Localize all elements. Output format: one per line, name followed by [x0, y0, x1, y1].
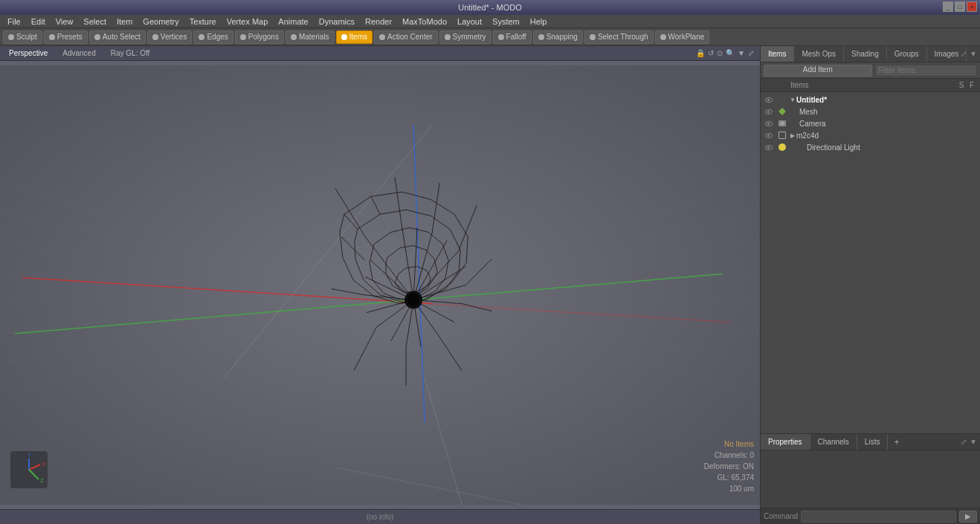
vp-expand-icon[interactable]: ⤢	[748, 49, 754, 57]
menu-item-maxtomodo[interactable]: MaxToModo	[398, 16, 451, 27]
rp-tab-shading[interactable]: Shading	[844, 46, 887, 62]
title-bar: Untitled* - MODO _ □ ×	[0, 0, 980, 15]
app-title: Untitled* - MODO	[4, 3, 976, 12]
scale-label: 100 um	[704, 483, 754, 494]
item-visibility-toggle[interactable]	[762, 141, 776, 153]
col-name: Items	[790, 81, 956, 89]
vp-camera-icon[interactable]: ⊙	[717, 49, 723, 57]
close-button[interactable]: ×	[967, 1, 977, 12]
menu-item-system[interactable]: System	[488, 16, 524, 27]
right-panel-tabs: Items Mesh Ops Shading Groups Images ⤢ ▼	[761, 46, 980, 62]
items-toolbar: Add Item	[761, 62, 980, 79]
falloff-icon	[498, 34, 504, 40]
command-go-button[interactable]: ▶	[959, 511, 977, 523]
item-expand-toggle[interactable]: ▶	[789, 132, 796, 139]
materials-icon	[291, 34, 297, 40]
bp-menu-icon[interactable]: ▼	[970, 438, 977, 446]
list-item[interactable]: ▼ Untitled*	[761, 94, 980, 106]
vp-menu-icon[interactable]: ▼	[738, 49, 745, 57]
rp-tab-items[interactable]: Items	[761, 46, 794, 62]
rp-tab-groups[interactable]: Groups	[887, 46, 927, 62]
menu-item-file[interactable]: File	[3, 16, 25, 27]
toolbar-btn-sculpt[interactable]: Sculpt	[3, 30, 42, 44]
toolbar-btn-vertices[interactable]: Vertices	[147, 30, 193, 44]
toolbar: SculptPresetsAuto SelectVerticesEdgesPol…	[0, 28, 980, 46]
vp-search-icon[interactable]: 🔍	[726, 49, 735, 57]
menu-item-layout[interactable]: Layout	[453, 16, 486, 27]
item-expand-toggle[interactable]: ▼	[789, 96, 796, 103]
menu-item-geometry[interactable]: Geometry	[138, 16, 183, 27]
menu-item-dynamics[interactable]: Dynamics	[315, 16, 359, 27]
snapping-icon	[538, 34, 544, 40]
menu-item-item[interactable]: Item	[112, 16, 137, 27]
rp-menu-icon[interactable]: ▼	[970, 50, 977, 58]
vp-sync-icon[interactable]: ↺	[708, 49, 714, 57]
toolbar-btn-auto-select[interactable]: Auto Select	[89, 30, 146, 44]
toolbar-btn-select-through[interactable]: Select Through	[584, 30, 654, 44]
toolbar-btn-polygons[interactable]: Polygons	[235, 30, 284, 44]
menu-item-help[interactable]: Help	[526, 16, 552, 27]
menu-item-view[interactable]: View	[51, 16, 78, 27]
rp-tab-meshops[interactable]: Mesh Ops	[794, 46, 844, 62]
svg-rect-0	[0, 65, 760, 505]
bp-expand-icon[interactable]: ⤢	[961, 438, 967, 446]
deformers-label: Deformers: ON	[704, 461, 754, 472]
light-icon	[778, 143, 786, 151]
item-visibility-toggle[interactable]	[762, 106, 776, 117]
list-item[interactable]: Mesh	[761, 106, 980, 117]
list-item[interactable]: Directional Light	[761, 141, 980, 153]
action-center-icon	[379, 34, 385, 40]
presets-icon	[49, 34, 55, 40]
viewport-info: No Items Channels: 0 Deformers: ON GL: 6…	[704, 439, 754, 494]
toolbar-btn-workplane[interactable]: WorkPlane	[655, 30, 710, 44]
bp-tab-properties[interactable]: Properties	[761, 434, 810, 450]
add-tab-button[interactable]: +	[888, 436, 905, 449]
maximize-button[interactable]: □	[955, 1, 965, 12]
item-type-icon	[776, 94, 789, 106]
toolbar-btn-materials[interactable]: Materials	[286, 30, 335, 44]
item-visibility-toggle[interactable]	[762, 94, 776, 106]
menu-item-vertex map[interactable]: Vertex Map	[222, 16, 273, 27]
list-item[interactable]: Camera	[761, 117, 980, 129]
toolbar-btn-edges[interactable]: Edges	[193, 30, 233, 44]
items-list: ▼ Untitled* Mesh	[761, 92, 980, 433]
item-visibility-toggle[interactable]	[762, 129, 776, 141]
menu-item-edit[interactable]: Edit	[27, 16, 50, 27]
command-input[interactable]	[801, 511, 956, 523]
item-type-icon	[776, 106, 789, 117]
auto-select-icon	[94, 34, 100, 40]
symmetry-icon	[445, 34, 451, 40]
add-item-button[interactable]: Add Item	[764, 65, 872, 77]
rp-expand-icon[interactable]: ⤢	[961, 50, 967, 58]
toolbar-btn-falloff[interactable]: Falloff	[493, 30, 532, 44]
vp-tab-perspective[interactable]: Perspective	[6, 48, 51, 58]
vp-lock-icon[interactable]: 🔒	[696, 49, 705, 57]
menu-item-animate[interactable]: Animate	[274, 16, 312, 27]
toolbar-btn-items[interactable]: Items	[336, 30, 373, 44]
col-s: S	[956, 81, 967, 89]
vertices-icon	[152, 34, 158, 40]
select-through-icon	[590, 34, 596, 40]
svg-text:X: X	[42, 461, 46, 468]
bp-tab-lists[interactable]: Lists	[857, 434, 889, 450]
eye-icon	[765, 109, 773, 114]
col-f: F	[967, 81, 977, 89]
menu-item-select[interactable]: Select	[79, 16, 111, 27]
vp-tab-advanced[interactable]: Advanced	[59, 48, 98, 58]
bp-tab-channels[interactable]: Channels	[810, 434, 857, 450]
toolbar-btn-symmetry[interactable]: Symmetry	[439, 30, 491, 44]
item-name-label: Camera	[799, 120, 979, 128]
menu-item-texture[interactable]: Texture	[185, 16, 221, 27]
viewport-bottom-label: (no info)	[367, 513, 394, 521]
item-visibility-toggle[interactable]	[762, 117, 776, 129]
minimize-button[interactable]: _	[943, 1, 953, 12]
viewport-canvas[interactable]: X Y Z No Items Channels: 0 Deformers: ON…	[0, 61, 760, 509]
toolbar-btn-snapping[interactable]: Snapping	[533, 30, 583, 44]
list-item[interactable]: ▶ m2c4d	[761, 129, 980, 141]
toolbar-btn-action-center[interactable]: Action Center	[374, 30, 438, 44]
vp-tab-raygl[interactable]: Ray GL: Off	[108, 48, 153, 58]
toolbar-btn-presets[interactable]: Presets	[44, 30, 88, 44]
main-layout: Perspective Advanced Ray GL: Off 🔒 ↺ ⊙ 🔍…	[0, 46, 980, 524]
menu-item-render[interactable]: Render	[361, 16, 396, 27]
filter-items-input[interactable]	[875, 65, 978, 77]
